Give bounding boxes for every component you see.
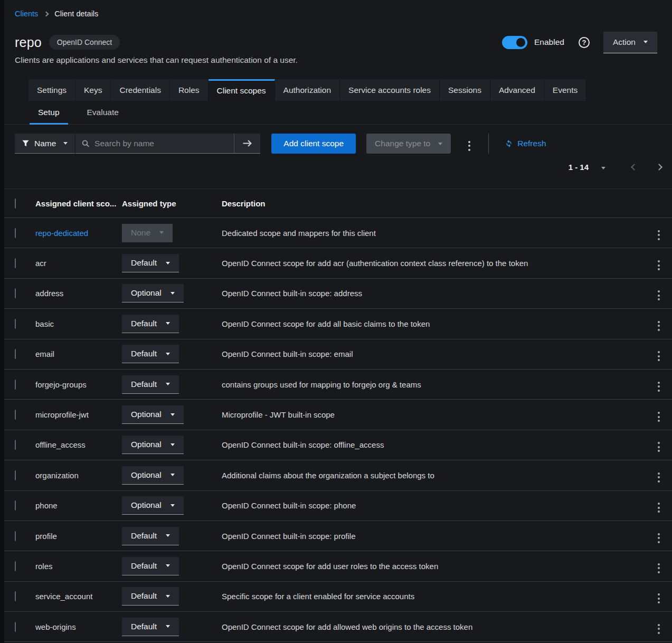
scope-description: Specific scope for a client enabled for … <box>222 592 646 601</box>
row-checkbox[interactable] <box>15 531 16 541</box>
search-submit-button[interactable] <box>234 134 260 153</box>
tab-label: Advanced <box>499 86 535 95</box>
refresh-icon <box>505 139 513 148</box>
assigned-type-dropdown[interactable]: Default <box>122 618 179 636</box>
scope-name: forgejo-groups <box>35 380 87 389</box>
subtab-label: Evaluate <box>87 108 119 117</box>
row-checkbox[interactable] <box>15 228 16 238</box>
search-input[interactable] <box>94 139 234 148</box>
row-kebab-button[interactable] <box>655 586 663 607</box>
scope-description: OpenID Connect built-in scope: phone <box>222 501 646 510</box>
assigned-type-value: Default <box>131 531 157 541</box>
row-checkbox[interactable] <box>15 561 16 571</box>
row-kebab-button[interactable] <box>655 374 663 395</box>
row-checkbox[interactable] <box>15 591 16 601</box>
row-kebab-button[interactable] <box>655 283 663 304</box>
tab-label: Service accounts roles <box>348 86 431 95</box>
toolbar-kebab-button[interactable] <box>465 134 474 154</box>
row-checkbox[interactable] <box>15 288 16 298</box>
tab-authorization[interactable]: Authorization <box>275 79 340 101</box>
row-checkbox[interactable] <box>15 440 16 450</box>
pagination-range: 1 - 14 <box>569 163 589 172</box>
assigned-type-value: Default <box>131 591 157 601</box>
row-checkbox[interactable] <box>15 319 16 329</box>
assigned-type-value: Default <box>131 622 157 631</box>
assigned-type-dropdown[interactable]: Optional <box>122 436 184 454</box>
chevron-down-icon <box>166 383 170 385</box>
enabled-toggle[interactable] <box>502 36 527 49</box>
kebab-icon <box>658 624 660 634</box>
table-row: email Default OpenID Connect built-in sc… <box>4 339 672 370</box>
row-kebab-button[interactable] <box>655 465 663 486</box>
assigned-type-value: Default <box>131 319 157 328</box>
scope-name-link[interactable]: repo-dedicated <box>35 229 88 238</box>
select-all-checkbox[interactable] <box>15 198 16 209</box>
assigned-type-dropdown[interactable]: Optional <box>122 496 184 515</box>
tab-events[interactable]: Events <box>544 79 586 101</box>
pagination-next-button[interactable] <box>655 161 664 173</box>
refresh-link[interactable]: Refresh <box>505 139 546 148</box>
kebab-icon <box>658 503 660 513</box>
assigned-type-dropdown[interactable]: Default <box>122 254 179 272</box>
row-checkbox[interactable] <box>15 410 16 420</box>
action-dropdown-label: Action <box>613 37 636 47</box>
table-row: forgejo-groups Default contains groups u… <box>4 370 672 400</box>
add-client-scope-button[interactable]: Add client scope <box>271 134 356 154</box>
action-dropdown[interactable]: Action <box>603 32 657 53</box>
table-row: profile Default OpenID Connect built-in … <box>4 521 672 551</box>
tab-settings[interactable]: Settings <box>29 79 75 101</box>
row-checkbox[interactable] <box>15 622 16 632</box>
assigned-type-dropdown[interactable]: Optional <box>122 405 184 424</box>
assigned-type-dropdown[interactable]: Optional <box>122 284 184 302</box>
kebab-icon <box>658 321 660 331</box>
kebab-icon <box>468 141 470 151</box>
chevron-down-icon <box>166 564 170 567</box>
table-row: acr Default OpenID Connect scope for add… <box>4 248 672 278</box>
tab-client-scopes[interactable]: Client scopes <box>209 79 275 101</box>
assigned-type-dropdown[interactable]: Default <box>122 527 179 545</box>
tab-roles[interactable]: Roles <box>170 79 209 101</box>
search-type-dropdown[interactable]: Name <box>15 134 75 154</box>
assigned-type-dropdown[interactable]: Default <box>122 587 179 606</box>
row-checkbox[interactable] <box>15 500 16 510</box>
tab-advanced[interactable]: Advanced <box>490 79 544 101</box>
scope-description: Additional claims about the organization… <box>222 471 646 480</box>
assigned-type-value: Default <box>131 349 157 358</box>
row-checkbox[interactable] <box>15 380 16 390</box>
assigned-type-dropdown[interactable]: Default <box>122 315 179 333</box>
tab-credentials[interactable]: Credentials <box>111 79 169 101</box>
row-kebab-button[interactable] <box>655 526 663 546</box>
pagination-options-toggle[interactable] <box>599 161 608 173</box>
table-row: basic Default OpenID Connect scope for a… <box>4 309 672 339</box>
enabled-label: Enabled <box>534 37 564 47</box>
tab-service-accounts-roles[interactable]: Service accounts roles <box>340 79 440 101</box>
chevron-down-icon <box>171 443 175 446</box>
row-kebab-button[interactable] <box>655 434 663 455</box>
row-checkbox[interactable] <box>15 349 16 359</box>
row-kebab-button[interactable] <box>655 344 663 364</box>
assigned-type-value: Default <box>131 380 157 389</box>
subtab-setup[interactable]: Setup <box>30 101 68 124</box>
row-kebab-button[interactable] <box>655 314 663 334</box>
row-checkbox[interactable] <box>15 258 16 268</box>
help-icon[interactable]: ? <box>579 37 590 48</box>
breadcrumb-clients-link[interactable]: Clients <box>15 10 38 18</box>
row-kebab-button[interactable] <box>655 404 663 425</box>
row-kebab-button[interactable] <box>655 617 663 637</box>
assigned-type-dropdown: None <box>122 224 173 242</box>
assigned-type-dropdown[interactable]: Default <box>122 557 179 575</box>
row-kebab-button[interactable] <box>655 495 663 516</box>
subtab-evaluate[interactable]: Evaluate <box>79 101 127 124</box>
tab-sessions[interactable]: Sessions <box>440 79 490 101</box>
row-kebab-button[interactable] <box>655 556 663 576</box>
assigned-type-dropdown[interactable]: Optional <box>122 466 184 485</box>
assigned-type-dropdown[interactable]: Default <box>122 375 179 394</box>
assigned-type-dropdown[interactable]: Default <box>122 345 179 363</box>
kebab-icon <box>658 290 660 300</box>
chevron-down-icon <box>166 534 170 537</box>
row-checkbox[interactable] <box>15 470 16 480</box>
row-kebab-button[interactable] <box>655 223 663 243</box>
change-type-dropdown: Change type to <box>366 134 451 154</box>
tab-keys[interactable]: Keys <box>75 79 111 101</box>
row-kebab-button[interactable] <box>655 253 663 273</box>
